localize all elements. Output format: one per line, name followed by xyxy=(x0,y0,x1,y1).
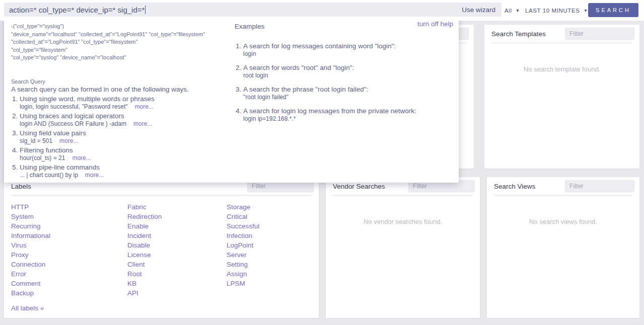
labels-grid: HTTP System Recurring Informational Viru… xyxy=(11,202,314,298)
vendor-searches-empty-text: No vendor searches found. xyxy=(326,196,480,225)
label-link[interactable]: Recurring xyxy=(11,221,127,231)
label-link[interactable]: System xyxy=(11,212,127,221)
search-query-item-example: login, login successful, "Password reset… xyxy=(20,103,128,110)
example-desc: A search for words "root" and "login": xyxy=(243,64,451,72)
search-query-section-title: Search Query xyxy=(11,78,233,85)
label-link[interactable]: Redirection xyxy=(127,212,227,221)
search-history-list: -("col_type"="syslog") "device_name"="lo… xyxy=(11,23,233,62)
search-query-item: Using pipe-line commands ... | chart cou… xyxy=(20,163,233,179)
search-views-panel: Search Views No search views found. xyxy=(487,177,639,318)
search-templates-empty-text: No search template found. xyxy=(484,43,639,73)
history-query[interactable]: "collected_at"="LogPoint91" "col_type"="… xyxy=(11,38,233,46)
vendor-searches-panel: Vendor Searches No vendor searches found… xyxy=(326,177,480,318)
search-views-empty-text: No search views found. xyxy=(487,196,639,225)
more-link[interactable]: more... xyxy=(72,154,91,161)
help-left-column: -("col_type"="syslog") "device_name"="lo… xyxy=(11,23,233,180)
label-link[interactable]: Proxy xyxy=(11,250,127,260)
search-query-item-title: Using single word, multiple words or phr… xyxy=(20,95,233,103)
history-query[interactable]: "device_name"="localhost" "collected_at"… xyxy=(11,31,233,39)
label-link[interactable]: Critical xyxy=(227,212,312,221)
search-toolbar: action=* col_type=* device_ip=* sig_id=*… xyxy=(0,0,644,21)
search-query-item-title: Using field value pairs xyxy=(20,129,233,137)
label-link[interactable]: Informational xyxy=(11,231,127,240)
search-query-item: Using single word, multiple words or phr… xyxy=(20,95,233,111)
example-value: login ip=192.168.*.* xyxy=(243,115,451,123)
use-wizard-link[interactable]: Use wizard xyxy=(462,6,495,14)
search-views-title: Search Views xyxy=(494,183,535,190)
label-link[interactable]: License xyxy=(127,250,227,260)
label-link[interactable]: Setting xyxy=(227,260,312,269)
search-help-popover: turn off help -("col_type"="syslog") "de… xyxy=(4,17,459,183)
all-labels-link[interactable]: All labels » xyxy=(11,304,44,312)
search-query-item: Filtering functions hour(col_ts) = 21mor… xyxy=(20,146,233,162)
labels-column-2: Fabric Redirection Enable Incident Disab… xyxy=(127,202,227,298)
labels-column-3: Storage Critical Successful Infection Lo… xyxy=(227,202,312,298)
search-query-item-example: hour(col_ts) = 21 xyxy=(20,154,65,161)
more-link[interactable]: more... xyxy=(135,103,154,110)
divider xyxy=(11,195,312,196)
chevron-down-icon: ▾ xyxy=(585,8,588,13)
label-link[interactable]: Enable xyxy=(127,221,227,231)
search-query-item-title: Using braces and logical operators xyxy=(20,112,233,120)
search-views-header: Search Views xyxy=(487,177,639,195)
example-item: A search for words "root" and "login": r… xyxy=(243,64,451,79)
more-link[interactable]: more... xyxy=(59,137,78,144)
search-views-filter-input[interactable] xyxy=(565,180,634,192)
label-link[interactable]: HTTP xyxy=(11,202,127,212)
search-query-list: Using single word, multiple words or phr… xyxy=(11,95,233,179)
label-link[interactable]: Fabric xyxy=(127,202,227,212)
label-link[interactable]: LPSM xyxy=(227,279,312,288)
label-link[interactable]: KB xyxy=(127,279,227,288)
label-link[interactable]: Incident xyxy=(127,231,227,240)
example-value: root login xyxy=(243,72,451,79)
label-link[interactable]: Virus xyxy=(11,240,127,250)
text-cursor xyxy=(145,6,146,14)
example-desc: A search for the phrase "root login fail… xyxy=(243,86,451,94)
label-link[interactable]: Disable xyxy=(127,240,227,250)
label-link[interactable]: Infection xyxy=(227,231,312,240)
label-link[interactable]: Error xyxy=(11,269,127,279)
label-link[interactable]: API xyxy=(127,288,227,298)
labels-column-1: HTTP System Recurring Informational Viru… xyxy=(11,202,127,298)
label-link[interactable]: Root xyxy=(127,269,227,279)
search-query-item-title: Filtering functions xyxy=(20,146,233,154)
example-item: A search for login log messages from the… xyxy=(243,107,451,123)
history-query[interactable]: "col_type"="filesystem" xyxy=(11,46,233,54)
search-query-item-example: sig_id = 501 xyxy=(20,137,52,144)
search-templates-filter-input[interactable] xyxy=(565,28,634,40)
search-templates-header: Search Templates xyxy=(484,25,639,43)
label-link[interactable]: Connection xyxy=(11,260,127,269)
chevron-down-icon: ▾ xyxy=(517,8,520,13)
label-link[interactable]: Assign xyxy=(227,269,312,279)
search-query-item: Using braces and logical operators login… xyxy=(20,112,233,128)
label-link[interactable]: Storage xyxy=(227,202,312,212)
example-item: A search for the phrase "root login fail… xyxy=(243,86,451,101)
search-query-item-title: Using pipe-line commands xyxy=(20,163,233,172)
example-desc: A search for log messages containing wor… xyxy=(243,42,451,50)
search-query-item-example: ... | chart count() by ip xyxy=(20,172,78,179)
example-value: login xyxy=(243,50,451,58)
search-query-item: Using field value pairs sig_id = 501more… xyxy=(20,129,233,145)
label-link[interactable]: LogPoint xyxy=(227,240,312,250)
time-range-label: LAST 10 MINUTES xyxy=(525,8,580,14)
repo-dropdown[interactable]: All ▾ xyxy=(505,0,519,21)
examples-list: A search for log messages containing wor… xyxy=(235,42,451,123)
label-link[interactable]: Comment xyxy=(11,279,127,288)
help-examples-column: Examples A search for log messages conta… xyxy=(235,23,451,129)
search-query-input[interactable]: action=* col_type=* device_ip=* sig_id=*… xyxy=(4,3,502,17)
search-button[interactable]: SEARCH xyxy=(588,3,638,17)
label-link[interactable]: Backup xyxy=(11,288,127,298)
label-link[interactable]: Server xyxy=(227,250,312,260)
label-link[interactable]: Client xyxy=(127,260,227,269)
more-link[interactable]: more... xyxy=(133,120,152,127)
history-query[interactable]: "col_type"="syslog" "device_name"="local… xyxy=(11,54,233,62)
search-templates-title: Search Templates xyxy=(491,30,546,38)
vendor-searches-title: Vendor Searches xyxy=(333,183,385,190)
labels-panel: Labels HTTP System Recurring Information… xyxy=(4,177,319,318)
search-templates-panel: Search Templates No search template foun… xyxy=(484,25,639,169)
more-link[interactable]: more... xyxy=(85,172,104,179)
history-query[interactable]: -("col_type"="syslog") xyxy=(11,23,233,31)
search-query-item-example: login AND (Success OR Failure ) -adam xyxy=(20,120,126,127)
time-range-dropdown[interactable]: LAST 10 MINUTES ▾ xyxy=(525,0,587,21)
label-link[interactable]: Successful xyxy=(227,221,312,231)
